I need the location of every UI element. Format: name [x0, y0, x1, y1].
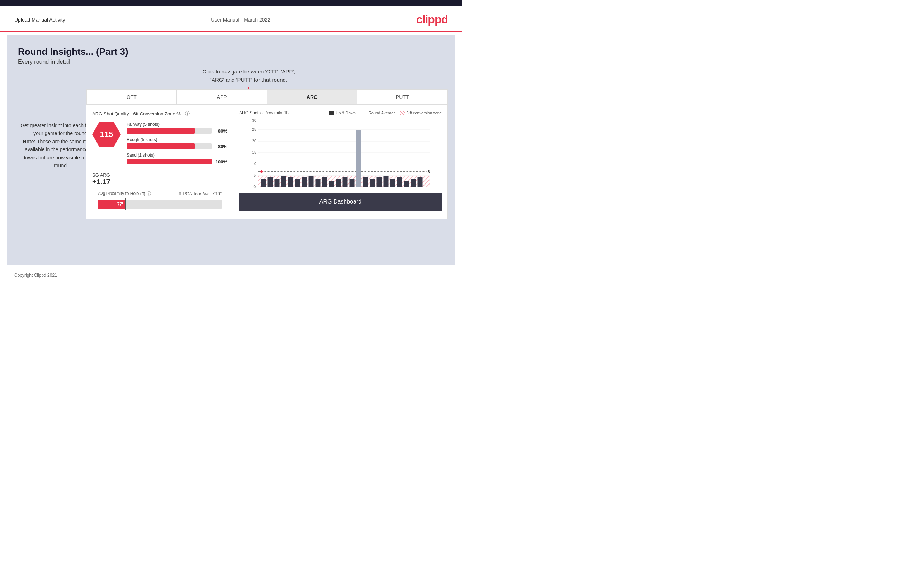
chart-legend: Up & Down Round Average 6 ft conversion …: [329, 111, 442, 115]
bar-20: [397, 177, 402, 187]
top-bar: [0, 0, 462, 6]
bar-rough-pct: 80%: [215, 144, 227, 149]
tab-app[interactable]: APP: [177, 90, 267, 104]
sg-value: +1.17: [92, 178, 227, 186]
left-panel: ARG Shot Quality 6ft Conversion Zone % ⓘ…: [86, 105, 233, 219]
proximity-bar-track: 77': [98, 200, 221, 209]
panel-header: ARG Shot Quality 6ft Conversion Zone % ⓘ: [92, 110, 227, 117]
doc-title: User Manual - March 2022: [211, 17, 270, 23]
note-label: Note:: [23, 139, 36, 144]
bar-fairway-track: [126, 128, 212, 134]
legend-hatched-icon: [400, 111, 405, 115]
conversion-label: 6ft Conversion Zone %: [133, 111, 181, 116]
svg-text:8: 8: [428, 169, 430, 174]
bar-4: [288, 177, 293, 187]
bar-rough-fill: [126, 143, 195, 149]
dashed-line-marker: [260, 170, 263, 174]
nav-hint-text2: 'ARG' and 'PUTT' for that round.: [210, 77, 287, 83]
bar-fairway: Fairway (5 shots) 80%: [126, 122, 227, 134]
bar-12: [343, 177, 348, 187]
bar-fairway-container: 80%: [126, 128, 227, 134]
bar-5: [295, 179, 300, 187]
tab-arg[interactable]: ARG: [267, 90, 357, 104]
bar-3: [281, 176, 286, 187]
copyright: Copyright Clippd 2021: [15, 273, 57, 278]
bar-rough-track: [126, 143, 212, 149]
bar-sand-track: [126, 159, 212, 164]
proximity-cursor: [125, 198, 126, 210]
proximity-bar-fill: 77': [98, 200, 125, 209]
bar-21: [404, 181, 409, 187]
bar-fairway-pct: 80%: [215, 128, 227, 134]
legend-round-avg: Round Average: [360, 111, 396, 115]
legend-6ft-zone: 6 ft conversion zone: [400, 111, 442, 115]
legend-dashed-icon: [360, 113, 367, 113]
svg-text:20: 20: [252, 139, 257, 143]
bar-sand-fill: [126, 159, 212, 164]
help-icon[interactable]: ⓘ: [185, 110, 190, 117]
bar-sand-pct: 100%: [215, 159, 227, 164]
svg-text:10: 10: [252, 162, 257, 166]
bar-sand-container: 100%: [126, 159, 227, 164]
bar-11: [336, 179, 341, 187]
proximity-section: Avg Proximity to Hole (ft) ⓘ ⬆ PGA Tour …: [92, 186, 227, 213]
chart-title: ARG Shots - Proximity (ft): [239, 110, 289, 115]
proximity-help-icon[interactable]: ⓘ: [147, 191, 151, 196]
header: Upload Manual Activity User Manual - Mar…: [0, 6, 462, 32]
proximity-label: Avg Proximity to Hole (ft) ⓘ: [98, 191, 151, 197]
page-subtitle: Every round in detail: [18, 59, 444, 65]
bar-fairway-label: Fairway (5 shots): [126, 122, 227, 127]
bar-2: [275, 179, 279, 187]
main-content: Round Insights... (Part 3) Every round i…: [7, 35, 455, 265]
shot-quality-label: ARG Shot Quality: [92, 111, 129, 116]
bar-rough-container: 80%: [126, 143, 227, 149]
card-body: ARG Shot Quality 6ft Conversion Zone % ⓘ…: [86, 105, 447, 219]
bar-19: [391, 179, 396, 187]
shot-quality-section: 115 Fairway (5 shots) 80%: [92, 122, 227, 168]
pga-avg: ⬆ PGA Tour Avg: 7'10": [178, 191, 221, 197]
nav-hint-text1: Click to navigate between 'OTT', 'APP',: [203, 68, 296, 74]
bar-1: [268, 177, 273, 187]
bar-8: [315, 179, 321, 187]
dashboard-card: OTT APP ARG PUTT ARG Shot Quality 6ft Co…: [86, 89, 448, 219]
right-panel: ARG Shots - Proximity (ft) Up & Down Rou…: [233, 105, 447, 219]
svg-text:15: 15: [252, 150, 257, 155]
bar-18: [384, 176, 389, 187]
bar-sand-label: Sand (1 shots): [126, 153, 227, 158]
right-panel-header: ARG Shots - Proximity (ft) Up & Down Rou…: [239, 110, 442, 115]
bar-23: [418, 177, 423, 187]
bars-section: Fairway (5 shots) 80% Rough (5 shots): [126, 122, 227, 168]
bar-16: [370, 179, 375, 187]
bar-13: [350, 179, 355, 187]
bar-sand: Sand (1 shots) 100%: [126, 153, 227, 164]
bar-rough: Rough (5 shots) 80%: [126, 137, 227, 149]
legend-box-icon: [329, 111, 334, 115]
bar-10: [329, 181, 334, 187]
legend-round-avg-label: Round Average: [368, 111, 396, 115]
hexagon-score: 115: [92, 122, 121, 147]
bar-17: [377, 177, 382, 187]
bar-22: [411, 179, 416, 187]
tab-ott[interactable]: OTT: [86, 90, 177, 104]
page-title: Round Insights... (Part 3): [18, 46, 444, 57]
chart-area: 0 5 10 15 20 25 30: [239, 118, 442, 190]
bar-14-big: [356, 130, 362, 187]
legend-6ft-label: 6 ft conversion zone: [407, 111, 442, 115]
sg-label: SG ARG: [92, 172, 227, 178]
svg-text:30: 30: [252, 119, 257, 122]
bar-rough-label: Rough (5 shots): [126, 137, 227, 142]
legend-up-down: Up & Down: [329, 111, 356, 115]
clippd-logo: clippd: [416, 13, 448, 26]
arg-dashboard-button[interactable]: ARG Dashboard: [239, 193, 442, 211]
tabs-container: OTT APP ARG PUTT: [86, 90, 447, 105]
tab-putt[interactable]: PUTT: [357, 90, 447, 104]
bar-15: [363, 177, 368, 187]
bar-0: [261, 179, 266, 187]
proximity-header: Avg Proximity to Hole (ft) ⓘ ⬆ PGA Tour …: [98, 191, 221, 197]
svg-text:25: 25: [252, 127, 257, 132]
legend-up-down-label: Up & Down: [336, 111, 356, 115]
proximity-chart: 0 5 10 15 20 25 30: [239, 118, 442, 190]
footer: Copyright Clippd 2021: [0, 268, 462, 282]
bar-6: [302, 177, 307, 187]
svg-text:0: 0: [254, 185, 256, 189]
